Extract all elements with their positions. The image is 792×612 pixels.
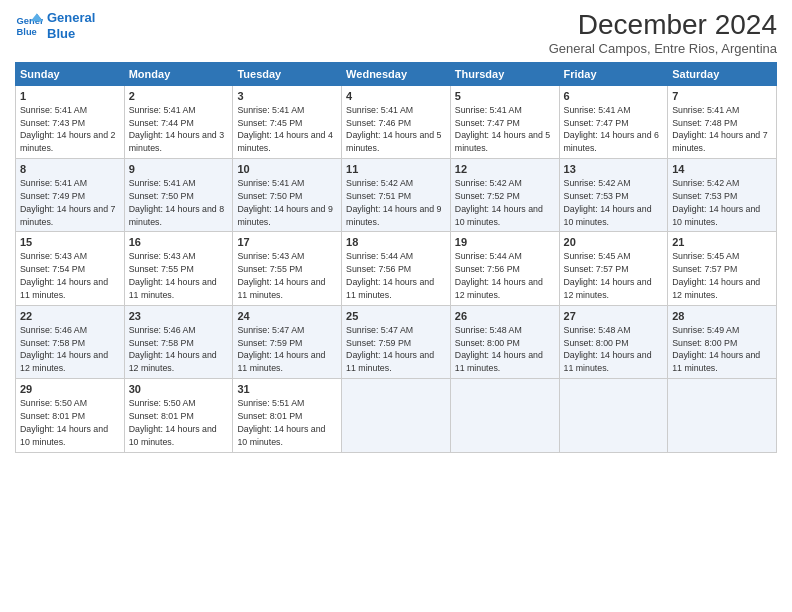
day-number: 9 [129,162,229,177]
calendar-cell: 30Sunrise: 5:50 AMSunset: 8:01 PMDayligh… [124,379,233,452]
week-row-4: 22Sunrise: 5:46 AMSunset: 7:58 PMDayligh… [16,305,777,378]
cell-info: Sunrise: 5:41 AMSunset: 7:47 PMDaylight:… [455,105,550,154]
cell-info: Sunrise: 5:48 AMSunset: 8:00 PMDaylight:… [455,325,543,374]
calendar-cell [559,379,668,452]
day-number: 27 [564,309,664,324]
logo-line2: Blue [47,26,95,42]
calendar-cell: 2Sunrise: 5:41 AMSunset: 7:44 PMDaylight… [124,85,233,158]
calendar-cell: 23Sunrise: 5:46 AMSunset: 7:58 PMDayligh… [124,305,233,378]
cell-info: Sunrise: 5:50 AMSunset: 8:01 PMDaylight:… [20,398,108,447]
cell-info: Sunrise: 5:44 AMSunset: 7:56 PMDaylight:… [455,251,543,300]
col-header-tuesday: Tuesday [233,62,342,85]
day-number: 11 [346,162,446,177]
calendar-cell: 8Sunrise: 5:41 AMSunset: 7:49 PMDaylight… [16,159,125,232]
cell-info: Sunrise: 5:47 AMSunset: 7:59 PMDaylight:… [237,325,325,374]
calendar-cell: 4Sunrise: 5:41 AMSunset: 7:46 PMDaylight… [342,85,451,158]
calendar-cell: 18Sunrise: 5:44 AMSunset: 7:56 PMDayligh… [342,232,451,305]
cell-info: Sunrise: 5:43 AMSunset: 7:55 PMDaylight:… [237,251,325,300]
cell-info: Sunrise: 5:42 AMSunset: 7:52 PMDaylight:… [455,178,543,227]
day-number: 14 [672,162,772,177]
cell-info: Sunrise: 5:43 AMSunset: 7:55 PMDaylight:… [129,251,217,300]
cell-info: Sunrise: 5:41 AMSunset: 7:45 PMDaylight:… [237,105,332,154]
week-row-5: 29Sunrise: 5:50 AMSunset: 8:01 PMDayligh… [16,379,777,452]
cell-info: Sunrise: 5:45 AMSunset: 7:57 PMDaylight:… [564,251,652,300]
calendar-cell: 24Sunrise: 5:47 AMSunset: 7:59 PMDayligh… [233,305,342,378]
day-number: 5 [455,89,555,104]
calendar-cell: 1Sunrise: 5:41 AMSunset: 7:43 PMDaylight… [16,85,125,158]
title-block: December 2024 General Campos, Entre Rios… [549,10,777,56]
day-number: 8 [20,162,120,177]
logo-line1: General [47,10,95,26]
calendar-cell: 5Sunrise: 5:41 AMSunset: 7:47 PMDaylight… [450,85,559,158]
cell-info: Sunrise: 5:46 AMSunset: 7:58 PMDaylight:… [129,325,217,374]
cell-info: Sunrise: 5:41 AMSunset: 7:50 PMDaylight:… [237,178,332,227]
cell-info: Sunrise: 5:41 AMSunset: 7:44 PMDaylight:… [129,105,224,154]
day-number: 31 [237,382,337,397]
calendar-table: SundayMondayTuesdayWednesdayThursdayFrid… [15,62,777,453]
cell-info: Sunrise: 5:41 AMSunset: 7:47 PMDaylight:… [564,105,659,154]
calendar-cell: 14Sunrise: 5:42 AMSunset: 7:53 PMDayligh… [668,159,777,232]
calendar-cell: 6Sunrise: 5:41 AMSunset: 7:47 PMDaylight… [559,85,668,158]
day-number: 6 [564,89,664,104]
day-number: 22 [20,309,120,324]
day-number: 3 [237,89,337,104]
day-number: 19 [455,235,555,250]
day-number: 4 [346,89,446,104]
day-number: 20 [564,235,664,250]
calendar-cell: 26Sunrise: 5:48 AMSunset: 8:00 PMDayligh… [450,305,559,378]
col-header-sunday: Sunday [16,62,125,85]
day-number: 7 [672,89,772,104]
calendar-cell: 7Sunrise: 5:41 AMSunset: 7:48 PMDaylight… [668,85,777,158]
day-number: 10 [237,162,337,177]
cell-info: Sunrise: 5:49 AMSunset: 8:00 PMDaylight:… [672,325,760,374]
header: General Blue General Blue December 2024 … [15,10,777,56]
calendar-cell: 21Sunrise: 5:45 AMSunset: 7:57 PMDayligh… [668,232,777,305]
calendar-cell [342,379,451,452]
calendar-cell: 29Sunrise: 5:50 AMSunset: 8:01 PMDayligh… [16,379,125,452]
day-number: 18 [346,235,446,250]
calendar-cell: 22Sunrise: 5:46 AMSunset: 7:58 PMDayligh… [16,305,125,378]
calendar-cell: 16Sunrise: 5:43 AMSunset: 7:55 PMDayligh… [124,232,233,305]
day-number: 29 [20,382,120,397]
cell-info: Sunrise: 5:45 AMSunset: 7:57 PMDaylight:… [672,251,760,300]
calendar-cell: 3Sunrise: 5:41 AMSunset: 7:45 PMDaylight… [233,85,342,158]
week-row-1: 1Sunrise: 5:41 AMSunset: 7:43 PMDaylight… [16,85,777,158]
calendar-cell: 10Sunrise: 5:41 AMSunset: 7:50 PMDayligh… [233,159,342,232]
day-number: 26 [455,309,555,324]
calendar-page: General Blue General Blue December 2024 … [0,0,792,612]
svg-text:Blue: Blue [17,27,37,37]
col-header-friday: Friday [559,62,668,85]
col-header-saturday: Saturday [668,62,777,85]
calendar-cell [668,379,777,452]
cell-info: Sunrise: 5:42 AMSunset: 7:51 PMDaylight:… [346,178,441,227]
cell-info: Sunrise: 5:42 AMSunset: 7:53 PMDaylight:… [672,178,760,227]
calendar-cell: 12Sunrise: 5:42 AMSunset: 7:52 PMDayligh… [450,159,559,232]
calendar-cell [450,379,559,452]
cell-info: Sunrise: 5:46 AMSunset: 7:58 PMDaylight:… [20,325,108,374]
cell-info: Sunrise: 5:41 AMSunset: 7:48 PMDaylight:… [672,105,767,154]
col-header-monday: Monday [124,62,233,85]
day-number: 30 [129,382,229,397]
calendar-cell: 17Sunrise: 5:43 AMSunset: 7:55 PMDayligh… [233,232,342,305]
calendar-cell: 9Sunrise: 5:41 AMSunset: 7:50 PMDaylight… [124,159,233,232]
page-subtitle: General Campos, Entre Rios, Argentina [549,41,777,56]
cell-info: Sunrise: 5:47 AMSunset: 7:59 PMDaylight:… [346,325,434,374]
cell-info: Sunrise: 5:41 AMSunset: 7:49 PMDaylight:… [20,178,115,227]
cell-info: Sunrise: 5:50 AMSunset: 8:01 PMDaylight:… [129,398,217,447]
table-header-row: SundayMondayTuesdayWednesdayThursdayFrid… [16,62,777,85]
cell-info: Sunrise: 5:41 AMSunset: 7:46 PMDaylight:… [346,105,441,154]
cell-info: Sunrise: 5:41 AMSunset: 7:43 PMDaylight:… [20,105,115,154]
calendar-cell: 27Sunrise: 5:48 AMSunset: 8:00 PMDayligh… [559,305,668,378]
day-number: 2 [129,89,229,104]
calendar-cell: 19Sunrise: 5:44 AMSunset: 7:56 PMDayligh… [450,232,559,305]
day-number: 28 [672,309,772,324]
day-number: 13 [564,162,664,177]
day-number: 15 [20,235,120,250]
calendar-cell: 20Sunrise: 5:45 AMSunset: 7:57 PMDayligh… [559,232,668,305]
day-number: 17 [237,235,337,250]
calendar-cell: 11Sunrise: 5:42 AMSunset: 7:51 PMDayligh… [342,159,451,232]
col-header-thursday: Thursday [450,62,559,85]
cell-info: Sunrise: 5:51 AMSunset: 8:01 PMDaylight:… [237,398,325,447]
cell-info: Sunrise: 5:42 AMSunset: 7:53 PMDaylight:… [564,178,652,227]
cell-info: Sunrise: 5:43 AMSunset: 7:54 PMDaylight:… [20,251,108,300]
